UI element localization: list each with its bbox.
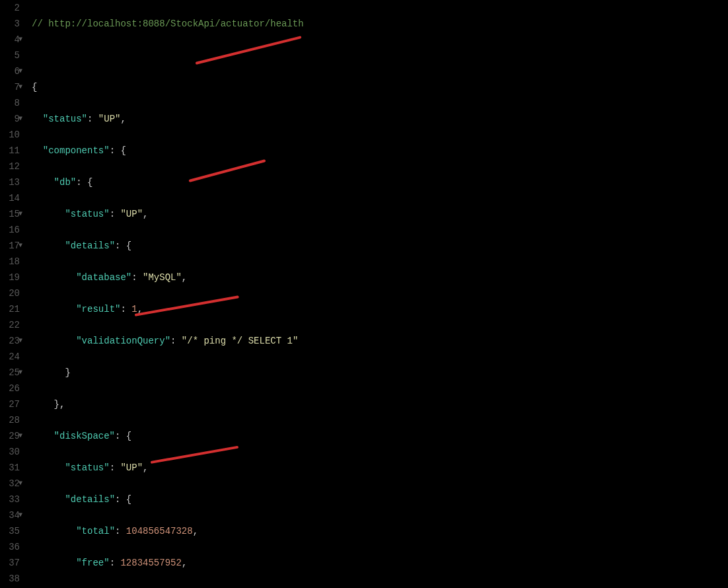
line-number: 37: [0, 555, 20, 571]
key-diskspace-status: "status": [65, 462, 109, 473]
line-number: 28: [0, 412, 20, 428]
line-number: 26: [0, 381, 20, 396]
line-number: 32▼: [0, 476, 20, 492]
line-number: 34▼: [0, 507, 20, 523]
line-number: 9▼: [0, 111, 20, 127]
line-number: 4▼: [0, 32, 20, 48]
line-number: 18: [0, 254, 20, 270]
key-result: "result": [76, 304, 120, 314]
code-editor: 2 3 4▼ 5 6▼ 7▼ 8 9▼ 10 11 12 13 14 15▼ 1…: [0, 0, 728, 588]
line-number: 19: [0, 270, 20, 285]
key-validation-query: "validationQuery": [76, 336, 170, 346]
line-number: 24: [0, 349, 20, 365]
comment-url: // http://localhost:8088/StockApi/actuat…: [32, 18, 304, 29]
line-number: 14: [0, 190, 20, 206]
line-number: 16: [0, 222, 20, 238]
value-result: 1: [131, 304, 137, 314]
value-total: 104856547328: [126, 526, 193, 536]
key-diskspace-details: "details": [65, 494, 115, 505]
line-number: 38: [0, 571, 20, 587]
fold-icon[interactable]: ▼: [17, 79, 24, 95]
key-components: "components": [43, 145, 110, 156]
line-number: 5: [0, 48, 20, 63]
code-content[interactable]: // http://localhost:8088/StockApi/actuat…: [24, 0, 728, 588]
key-status: "status": [43, 114, 87, 124]
line-number: 22: [0, 317, 20, 333]
value-status: "UP": [98, 114, 121, 124]
fold-icon[interactable]: ▼: [17, 63, 24, 79]
line-number: 6▼: [0, 63, 20, 79]
line-number: 20: [0, 285, 20, 301]
fold-icon[interactable]: ▼: [17, 238, 24, 254]
fold-icon[interactable]: ▼: [17, 365, 24, 381]
line-number: 17▼: [0, 238, 20, 254]
value-validation-query: "/* ping */ SELECT 1": [182, 336, 298, 346]
line-number: 15▼: [0, 206, 20, 222]
fold-icon[interactable]: ▼: [17, 111, 24, 127]
line-number: 10: [0, 127, 20, 143]
line-gutter: 2 3 4▼ 5 6▼ 7▼ 8 9▼ 10 11 12 13 14 15▼ 1…: [0, 0, 24, 588]
value-free: 12834557952: [120, 558, 181, 568]
line-number: 7▼: [0, 79, 20, 95]
line-number: 11: [0, 143, 20, 159]
fold-icon[interactable]: ▼: [17, 428, 24, 444]
line-number: 33: [0, 492, 20, 507]
line-number: 25▼: [0, 365, 20, 381]
line-number: 35: [0, 523, 20, 539]
line-number: 2: [0, 0, 20, 16]
line-number: 31: [0, 460, 20, 476]
key-free: "free": [76, 558, 109, 568]
fold-icon[interactable]: ▼: [17, 476, 24, 492]
line-number: 3: [0, 16, 20, 32]
fold-icon[interactable]: ▼: [17, 32, 24, 48]
line-number: 13: [0, 174, 20, 190]
key-diskspace: "diskSpace": [54, 431, 115, 441]
line-number: 23▼: [0, 333, 20, 349]
key-database: "database": [76, 272, 131, 283]
value-diskspace-status: "UP": [120, 462, 143, 473]
line-number: 27: [0, 396, 20, 412]
line-number: 30: [0, 444, 20, 460]
fold-icon[interactable]: ▼: [17, 507, 24, 523]
key-db-details: "details": [65, 240, 115, 251]
line-number: 36: [0, 539, 20, 555]
fold-icon[interactable]: ▼: [17, 206, 24, 222]
json-brace: }: [65, 367, 70, 378]
line-number: 29▼: [0, 428, 20, 444]
key-db-status: "status": [65, 209, 109, 219]
json-brace: },: [54, 399, 65, 410]
json-brace: {: [32, 82, 37, 92]
line-number: 12: [0, 159, 20, 174]
line-number: 8: [0, 95, 20, 111]
key-total: "total": [76, 526, 115, 536]
value-database: "MySQL": [143, 272, 182, 283]
line-number: 21: [0, 301, 20, 317]
key-db: "db": [54, 177, 77, 188]
fold-icon[interactable]: ▼: [17, 333, 24, 349]
value-db-status: "UP": [120, 209, 143, 219]
